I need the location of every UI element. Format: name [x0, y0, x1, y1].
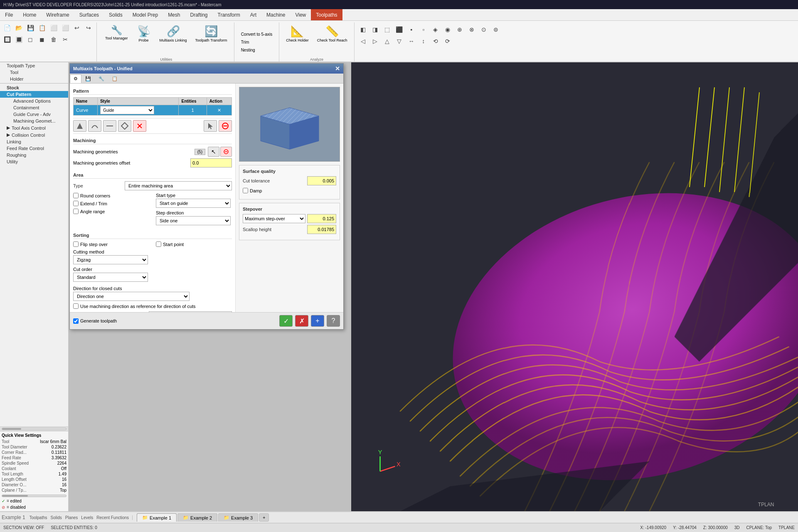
tb-icon-g[interactable]: ◈: [430, 24, 441, 35]
machine-by-select[interactable]: Lanes: [149, 311, 232, 312]
tool-manager-btn[interactable]: 🔧 Tool Manager: [102, 22, 131, 43]
tree-tool-axis-control[interactable]: ▶Tool Axis Control: [0, 124, 68, 131]
use-machining-dir-cb[interactable]: [73, 303, 79, 309]
cut-tolerance-input[interactable]: [307, 176, 336, 185]
planes-tab-label[interactable]: Planes: [65, 515, 78, 520]
tool-btn-no[interactable]: [219, 120, 232, 132]
toolpath-transform-btn[interactable]: 🔄 Toolpath Transform: [192, 22, 231, 45]
tree-feed-rate-control[interactable]: Feed Rate Control: [0, 145, 68, 152]
tb2-icon-b[interactable]: ▷: [370, 36, 381, 47]
machining-select-btn[interactable]: ↖: [208, 147, 219, 157]
nesting-btn[interactable]: Nesting: [238, 47, 276, 53]
tree-collision-control[interactable]: ▶Collision Control: [0, 131, 68, 138]
ribbon-icon-9[interactable]: 🔲: [2, 34, 12, 45]
machining-offset-input[interactable]: [190, 158, 232, 167]
tb2-icon-c[interactable]: △: [382, 36, 393, 47]
tree-linking[interactable]: Linking: [0, 138, 68, 145]
tb-icon-k[interactable]: ⊙: [478, 24, 489, 35]
toolpaths-tab-label[interactable]: Toolpaths: [30, 515, 47, 520]
ribbon-icon-2[interactable]: 📂: [13, 22, 24, 33]
tb-icon-h[interactable]: ◉: [442, 24, 453, 35]
tb2-icon-g[interactable]: ⟲: [430, 36, 441, 47]
tree-guide-curve[interactable]: Guide Curve - Adv: [0, 111, 68, 118]
damp-cb[interactable]: [243, 188, 248, 193]
menu-drafting[interactable]: Drafting: [185, 9, 212, 20]
tb-icon-i[interactable]: ⊕: [454, 24, 465, 35]
style-select[interactable]: Guide Pattern: [100, 106, 154, 114]
solids-tab-label[interactable]: Solids: [51, 515, 62, 520]
ribbon-icon-3[interactable]: 💾: [25, 22, 36, 33]
add-button[interactable]: +: [311, 315, 324, 327]
example-tab-1[interactable]: 📁 Example 1: [137, 513, 177, 522]
dialog-tab-save[interactable]: 💾: [81, 74, 95, 83]
menu-file[interactable]: File: [0, 9, 18, 20]
tb-icon-a[interactable]: ◧: [358, 24, 369, 35]
ribbon-icon-4[interactable]: 📋: [37, 22, 47, 33]
tool-btn-cursor[interactable]: [204, 120, 217, 132]
menu-art[interactable]: Art: [245, 9, 261, 20]
menu-toolpaths[interactable]: Toolpaths: [311, 9, 342, 20]
example-tab-3[interactable]: 📁 Example 3: [218, 513, 258, 522]
tb2-icon-f[interactable]: ↕: [418, 36, 429, 47]
check-tool-reach-btn[interactable]: 📏 Check Tool Reach: [314, 22, 351, 45]
area-type-select[interactable]: Entire machining area: [125, 181, 232, 190]
dialog-tab-misc[interactable]: 📋: [108, 74, 121, 83]
tb-icon-l[interactable]: ⊚: [490, 24, 501, 35]
generate-toolpath-cb[interactable]: [73, 318, 79, 324]
tool-btn-delete-red[interactable]: [133, 120, 146, 132]
tool-btn-diamond[interactable]: [118, 120, 131, 132]
menu-surfaces[interactable]: Surfaces: [74, 9, 104, 20]
ribbon-icon-1[interactable]: 📄: [2, 22, 12, 33]
dialog-tab-tool[interactable]: 🔧: [95, 74, 108, 83]
levels-tab-label[interactable]: Levels: [81, 515, 93, 520]
row-delete[interactable]: ✕: [207, 105, 232, 116]
stepover-method-val[interactable]: [307, 214, 336, 223]
ribbon-icon-11[interactable]: ◻: [25, 34, 36, 45]
convert-5axis-btn[interactable]: Convert to 5-axis: [238, 31, 276, 37]
menu-transform[interactable]: Transform: [213, 9, 245, 20]
tree-cut-pattern[interactable]: Cut Pattern: [0, 91, 68, 98]
recent-functions-tab-label[interactable]: Recent Functions: [96, 515, 129, 520]
tb-icon-c[interactable]: ⬚: [382, 24, 393, 35]
dialog-close-btn[interactable]: ✕: [335, 65, 340, 72]
step-direction-select[interactable]: Side one: [156, 216, 231, 225]
toolpaths-label[interactable]: Example 1: [2, 515, 25, 520]
cut-order-select[interactable]: Standard: [73, 273, 148, 282]
tree-roughing[interactable]: Roughing: [0, 152, 68, 158]
menu-modelprep[interactable]: Model Prep: [128, 9, 163, 20]
probe-btn[interactable]: 📡 Probe: [133, 22, 155, 45]
tb-icon-j[interactable]: ⊗: [466, 24, 477, 35]
menu-wireframe[interactable]: Wireframe: [41, 9, 74, 20]
menu-home[interactable]: Home: [18, 9, 41, 20]
tb2-icon-e[interactable]: ↔: [406, 36, 417, 47]
tb2-icon-h[interactable]: ⟳: [442, 36, 453, 47]
tree-containment[interactable]: Containment: [0, 104, 68, 111]
tb2-icon-d[interactable]: ▽: [394, 36, 405, 47]
ok-button[interactable]: ✓: [279, 315, 293, 327]
tree-advanced-options[interactable]: Advanced Options: [0, 98, 68, 104]
tree-utility[interactable]: Utility: [0, 158, 68, 165]
ribbon-icon-12[interactable]: ◼: [37, 34, 47, 45]
stepover-method-select[interactable]: Maximum step-over: [243, 214, 305, 223]
tool-btn-curve[interactable]: [88, 120, 101, 132]
tb-icon-e[interactable]: ▪: [406, 24, 417, 35]
menu-mesh[interactable]: Mesh: [163, 9, 185, 20]
ribbon-icon-8[interactable]: ↪: [83, 22, 94, 33]
tb-icon-d[interactable]: ⬛: [394, 24, 405, 35]
cutting-method-select[interactable]: Zigzag One way: [73, 255, 148, 264]
menu-view[interactable]: View: [290, 9, 311, 20]
multiaxis-linking-btn[interactable]: 🔗 Multiaxis Linking: [156, 22, 190, 45]
cancel-button[interactable]: ✗: [295, 315, 308, 327]
tool-btn-flat[interactable]: [103, 120, 116, 132]
tree-toolpath-type[interactable]: Toolpath Type: [0, 62, 68, 69]
extend-trim-cb[interactable]: [73, 201, 79, 206]
ribbon-icon-13[interactable]: 🗑: [48, 34, 59, 45]
trim-btn[interactable]: Trim: [238, 39, 276, 45]
add-tab-btn[interactable]: +: [259, 513, 269, 522]
ribbon-icon-7[interactable]: ↩: [71, 22, 82, 33]
ribbon-icon-6[interactable]: ⬜: [60, 22, 71, 33]
flip-stepover-cb[interactable]: [73, 241, 79, 247]
tree-tool[interactable]: Tool: [0, 69, 68, 76]
dialog-tab-settings[interactable]: ⚙: [70, 74, 81, 83]
tree-machining-geom[interactable]: Machining Geomet...: [0, 118, 68, 124]
